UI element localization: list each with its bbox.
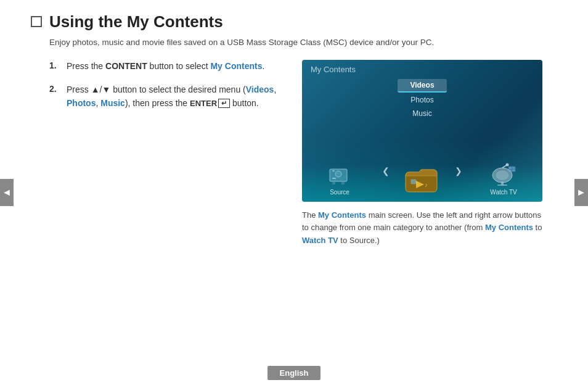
- menu-item-videos: Videos: [398, 79, 446, 93]
- right-arrow-icon: ►: [576, 187, 586, 198]
- my-contents-link-1: My Contents: [210, 61, 262, 71]
- step-2-text: Press ▲/▼ button to select the desired m…: [67, 83, 284, 110]
- svg-rect-17: [512, 167, 515, 169]
- watch-tv-link-desc: Watch TV: [302, 236, 338, 245]
- step-1-number: 1.: [49, 60, 67, 70]
- language-badge: English: [267, 366, 321, 380]
- source-icon-item: Source: [327, 165, 352, 196]
- page-title: Using the My Contents: [49, 12, 223, 31]
- screen-arrow-right: ❯: [455, 166, 462, 176]
- right-column: My Contents Videos Photos Music ❮: [302, 60, 557, 246]
- svg-point-1: [335, 171, 341, 177]
- page-container: Using the My Contents Enjoy photos, musi…: [0, 0, 588, 259]
- title-row: Using the My Contents: [31, 12, 557, 31]
- my-contents-link-desc: My Contents: [318, 210, 366, 220]
- step-1: 1. Press the CONTENT button to select My…: [49, 60, 284, 73]
- svg-rect-4: [332, 181, 335, 184]
- step-2: 2. Press ▲/▼ button to select the desire…: [49, 83, 284, 110]
- enter-key: ENTER↵: [190, 97, 230, 110]
- svg-rect-14: [497, 184, 507, 186]
- watchtv-icon-item: Watch TV: [490, 162, 517, 196]
- checkbox-icon: [31, 16, 42, 27]
- nav-arrow-right[interactable]: ►: [574, 179, 588, 206]
- source-label: Source: [330, 189, 349, 196]
- watchtv-label: Watch TV: [490, 189, 517, 196]
- nav-arrow-left[interactable]: ◄: [0, 179, 14, 206]
- svg-rect-8: [411, 180, 416, 184]
- source-svg-icon: [327, 165, 352, 186]
- footer: English: [0, 366, 588, 385]
- media-folder-svg: ♪: [402, 165, 439, 196]
- menu-item-photos: Photos: [398, 94, 446, 106]
- svg-rect-5: [341, 181, 345, 184]
- subtitle: Enjoy photos, music and movie files save…: [49, 36, 557, 49]
- description-text: The My Contents main screen. Use the lef…: [302, 209, 542, 246]
- svg-point-12: [506, 164, 509, 167]
- menu-item-music: Music: [400, 107, 444, 120]
- my-contents-link-desc2: My Contents: [485, 223, 533, 232]
- step-1-text: Press the CONTENT button to select My Co…: [67, 60, 264, 73]
- svg-rect-16: [509, 167, 512, 169]
- svg-text:♪: ♪: [425, 181, 428, 188]
- screen-mockup: My Contents Videos Photos Music ❮: [302, 60, 542, 202]
- menu-items: Videos Photos Music: [302, 79, 542, 120]
- left-arrow-icon: ◄: [2, 187, 12, 198]
- svg-rect-3: [332, 170, 335, 172]
- watchtv-svg-icon: [490, 162, 517, 186]
- svg-rect-18: [509, 170, 512, 171]
- svg-rect-19: [512, 170, 515, 171]
- screen-arrow-left: ❮: [382, 166, 390, 176]
- content-bold: CONTENT: [105, 61, 147, 71]
- videos-link: Videos: [246, 85, 274, 94]
- svg-rect-2: [332, 178, 336, 179]
- left-column: 1. Press the CONTENT button to select My…: [49, 60, 284, 246]
- icons-area: ❮ Source: [302, 140, 542, 202]
- music-link: Music: [100, 98, 125, 108]
- main-content: 1. Press the CONTENT button to select My…: [49, 60, 557, 246]
- photos-link: Photos: [67, 98, 96, 108]
- svg-point-10: [496, 171, 508, 180]
- media-folder-icon-item: ♪: [402, 165, 439, 196]
- screen-title: My Contents: [302, 60, 542, 77]
- step-2-number: 2.: [49, 83, 67, 94]
